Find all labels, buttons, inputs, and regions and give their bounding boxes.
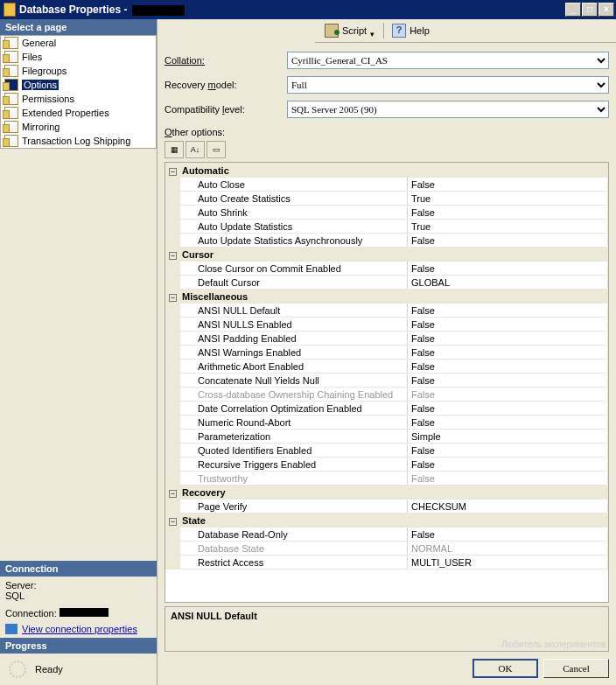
prop-key[interactable]: Quoted Identifiers Enabled bbox=[180, 444, 408, 458]
cancel-button[interactable]: Cancel bbox=[543, 659, 609, 678]
prop-value[interactable]: False bbox=[408, 178, 608, 192]
collapse-icon[interactable]: − bbox=[169, 490, 177, 498]
prop-value[interactable]: True bbox=[408, 220, 608, 234]
prop-value[interactable]: False bbox=[408, 206, 608, 220]
sort-button[interactable]: A↓ bbox=[186, 141, 205, 158]
select-page-header: Select a page bbox=[0, 19, 157, 35]
ok-button[interactable]: OK bbox=[472, 659, 538, 678]
window-title: Database Properties - bbox=[19, 3, 564, 16]
minimize-button[interactable]: _ bbox=[565, 3, 581, 17]
prop-value[interactable]: False bbox=[408, 346, 608, 360]
prop-key[interactable]: Auto Create Statistics bbox=[180, 192, 408, 206]
help-button[interactable]: ? Help bbox=[388, 23, 434, 38]
sidebar-item-options[interactable]: Options bbox=[1, 78, 156, 92]
prop-value[interactable]: GLOBAL bbox=[408, 276, 608, 290]
prop-value[interactable]: False bbox=[408, 416, 608, 430]
sidebar-item-mirroring[interactable]: Mirroring bbox=[1, 120, 156, 134]
view-connection-properties-link[interactable]: View connection properties bbox=[22, 624, 137, 634]
sidebar-item-permissions[interactable]: Permissions bbox=[1, 92, 156, 106]
compatibility-select[interactable]: SQL Server 2005 (90) bbox=[287, 101, 609, 118]
prop-key[interactable]: Auto Close bbox=[180, 178, 408, 192]
prop-key[interactable]: Parameterization bbox=[180, 430, 408, 444]
recovery-model-select[interactable]: Full bbox=[287, 76, 609, 94]
props-button[interactable]: ▭ bbox=[206, 141, 226, 158]
prop-value[interactable]: False bbox=[408, 360, 608, 374]
prop-value[interactable]: False bbox=[408, 304, 608, 318]
prop-value[interactable]: True bbox=[408, 192, 608, 206]
prop-key[interactable]: Page Verify bbox=[180, 500, 408, 514]
page-icon bbox=[4, 51, 18, 63]
prop-value[interactable]: Simple bbox=[408, 430, 608, 444]
maximize-button[interactable]: □ bbox=[582, 3, 598, 17]
prop-value: False bbox=[408, 472, 608, 486]
progress-header: Progress bbox=[0, 638, 157, 654]
collapse-icon[interactable]: − bbox=[169, 168, 177, 176]
sidebar-item-label: Mirroring bbox=[22, 122, 60, 132]
progress-spinner-icon bbox=[9, 661, 26, 678]
prop-key[interactable]: Concatenate Null Yields Null bbox=[180, 374, 408, 388]
prop-value[interactable]: False bbox=[408, 332, 608, 346]
prop-key[interactable]: Auto Update Statistics Asynchronously bbox=[180, 234, 408, 248]
sidebar-item-label: Transaction Log Shipping bbox=[22, 136, 130, 146]
prop-key[interactable]: Auto Shrink bbox=[180, 206, 408, 220]
titlebar[interactable]: Database Properties - _ □ × bbox=[0, 0, 616, 19]
sidebar-item-filegroups[interactable]: Filegroups bbox=[1, 64, 156, 78]
page-list: GeneralFilesFilegroupsOptionsPermissions… bbox=[0, 35, 157, 149]
prop-key[interactable]: Cross-database Ownership Chaining Enable… bbox=[180, 388, 408, 402]
prop-value[interactable]: MULTI_USER bbox=[408, 556, 608, 570]
prop-key[interactable]: Close Cursor on Commit Enabled bbox=[180, 262, 408, 276]
sidebar-item-transaction-log-shipping[interactable]: Transaction Log Shipping bbox=[1, 134, 156, 148]
prop-key[interactable]: ANSI Warnings Enabled bbox=[180, 346, 408, 360]
prop-value[interactable]: False bbox=[408, 528, 608, 542]
sidebar-item-label: General bbox=[22, 38, 56, 48]
prop-value: False bbox=[408, 388, 608, 402]
prop-key[interactable]: Date Correlation Optimization Enabled bbox=[180, 402, 408, 416]
connection-header: Connection bbox=[0, 561, 157, 577]
prop-value[interactable]: False bbox=[408, 374, 608, 388]
prop-key[interactable]: ANSI Padding Enabled bbox=[180, 332, 408, 346]
prop-key[interactable]: ANSI NULLS Enabled bbox=[180, 318, 408, 332]
server-value: SQL bbox=[5, 591, 151, 601]
prop-key[interactable]: Trustworthy bbox=[180, 472, 408, 486]
prop-value[interactable]: False bbox=[408, 234, 608, 248]
categorize-button[interactable]: ▦ bbox=[164, 141, 184, 158]
prop-key[interactable]: Auto Update Statistics bbox=[180, 220, 408, 234]
sidebar-item-general[interactable]: General bbox=[1, 36, 156, 50]
sidebar-item-label: Extended Properties bbox=[22, 108, 109, 118]
collation-select[interactable]: Cyrillic_General_CI_AS bbox=[287, 52, 609, 69]
category-recovery: Recovery bbox=[180, 486, 608, 500]
prop-value[interactable]: CHECKSUM bbox=[408, 500, 608, 514]
prop-value[interactable]: False bbox=[408, 402, 608, 416]
redacted-name bbox=[132, 5, 185, 16]
collapse-icon[interactable]: − bbox=[169, 518, 177, 526]
collapse-icon[interactable]: − bbox=[169, 252, 177, 260]
category-miscellaneous: Miscellaneous bbox=[180, 290, 608, 304]
property-description: ANSI NULL Default bbox=[164, 606, 609, 652]
sidebar-item-extended-properties[interactable]: Extended Properties bbox=[1, 106, 156, 120]
script-icon bbox=[325, 24, 339, 38]
connection-label: Connection: bbox=[5, 608, 57, 619]
collapse-icon[interactable]: − bbox=[169, 294, 177, 302]
connection-block: Server: SQL Connection: View connection … bbox=[0, 577, 157, 638]
prop-key[interactable]: Arithmetic Abort Enabled bbox=[180, 360, 408, 374]
close-button[interactable]: × bbox=[598, 3, 614, 17]
chevron-down-icon[interactable] bbox=[370, 28, 375, 33]
prop-key[interactable]: Database State bbox=[180, 542, 408, 556]
redacted-connection bbox=[60, 608, 108, 617]
prop-value[interactable]: False bbox=[408, 458, 608, 472]
prop-key[interactable]: Default Cursor bbox=[180, 276, 408, 290]
prop-value[interactable]: False bbox=[408, 318, 608, 332]
prop-key[interactable]: Recursive Triggers Enabled bbox=[180, 458, 408, 472]
sidebar-item-files[interactable]: Files bbox=[1, 50, 156, 64]
prop-key[interactable]: Numeric Round-Abort bbox=[180, 416, 408, 430]
page-icon bbox=[4, 121, 18, 133]
prop-key[interactable]: Restrict Access bbox=[180, 556, 408, 570]
script-button[interactable]: Script bbox=[320, 23, 380, 38]
top-toolbar: Script ? Help bbox=[315, 19, 616, 43]
prop-key[interactable]: Database Read-Only bbox=[180, 528, 408, 542]
category-automatic: Automatic bbox=[180, 164, 608, 178]
prop-key[interactable]: ANSI NULL Default bbox=[180, 304, 408, 318]
prop-value[interactable]: False bbox=[408, 444, 608, 458]
prop-value[interactable]: False bbox=[408, 262, 608, 276]
property-grid[interactable]: −AutomaticAuto CloseFalseAuto Create Sta… bbox=[164, 162, 609, 603]
